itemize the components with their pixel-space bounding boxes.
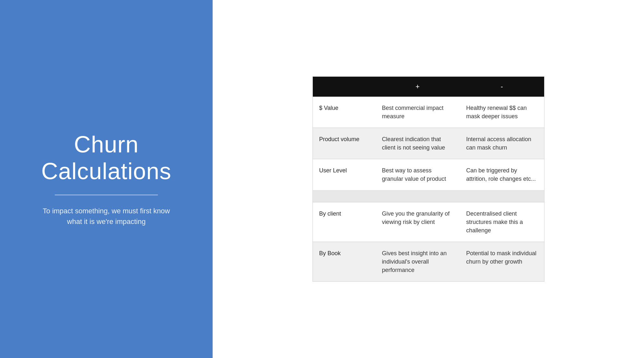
header-plus-col: + [375, 77, 460, 97]
left-panel: Churn Calculations To impact something, … [0, 0, 213, 358]
cell-plus-user-level: Best way to assess granular value of pro… [375, 159, 460, 190]
table-row-by-client: By client Give you the granularity of vi… [313, 202, 544, 242]
cell-minus-user-level: Can be triggered by attrition, role chan… [460, 159, 544, 190]
cell-minus-by-book: Potential to mask individual churn by ot… [460, 242, 544, 281]
header-label-col [313, 77, 376, 97]
divider [55, 195, 158, 195]
table-wrapper: + - $ Value Best commercial impact measu… [312, 76, 544, 282]
table-row-user-level: User Level Best way to assess granular v… [313, 159, 544, 190]
cell-minus-by-client: Decentralised client structures make thi… [460, 202, 544, 242]
cell-plus-value: Best commercial impact measure [375, 97, 460, 128]
table-row-product-volume: Product volume Clearest indication that … [313, 128, 544, 159]
main-table: + - $ Value Best commercial impact measu… [313, 77, 544, 281]
cell-plus-by-book: Gives best insight into an individual's … [375, 242, 460, 281]
cell-minus-product-volume: Internal access allocation can mask chur… [460, 128, 544, 159]
table-row-spacer [313, 190, 544, 202]
right-panel: + - $ Value Best commercial impact measu… [213, 0, 644, 358]
header-minus-col: - [460, 77, 544, 97]
cell-label-user-level: User Level [313, 159, 376, 190]
cell-plus-product-volume: Clearest indication that client is not s… [375, 128, 460, 159]
spacer-cell [313, 190, 544, 202]
cell-label-by-book: By Book [313, 242, 376, 281]
table-row-by-book: By Book Gives best insight into an indiv… [313, 242, 544, 281]
cell-label-value: $ Value [313, 97, 376, 128]
cell-plus-by-client: Give you the granularity of viewing risk… [375, 202, 460, 242]
cell-label-product-volume: Product volume [313, 128, 376, 159]
cell-minus-value: Healthy renewal $$ can mask deeper issue… [460, 97, 544, 128]
cell-label-by-client: By client [313, 202, 376, 242]
table-row-value: $ Value Best commercial impact measure H… [313, 97, 544, 128]
main-title: Churn Calculations [41, 131, 171, 185]
subtitle: To impact something, we must first know … [43, 206, 170, 227]
table-header-row: + - [313, 77, 544, 97]
